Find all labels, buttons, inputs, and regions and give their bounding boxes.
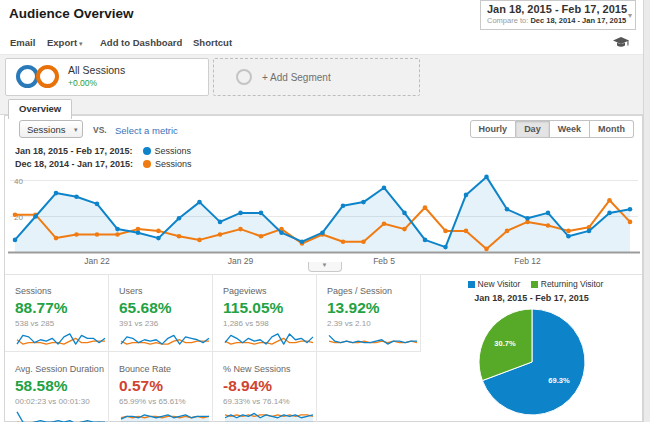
svg-text:Feb 5: Feb 5 bbox=[373, 256, 395, 266]
svg-text:Jan 29: Jan 29 bbox=[228, 256, 254, 266]
metric-card-sub: 65.99% vs 65.61% bbox=[119, 397, 212, 406]
chart-controls: Sessions▾ vs. Select a metric Hourly Day… bbox=[5, 116, 642, 142]
returning-visitor-legend-label: Returning Visitor bbox=[541, 279, 604, 289]
legend-dot-orange-icon bbox=[143, 160, 151, 168]
segment-venn-icon bbox=[16, 65, 60, 89]
chevron-down-icon: ▾ bbox=[628, 11, 632, 20]
compare-label: Compare to: bbox=[487, 16, 528, 25]
metric-card-label: Pages / Session bbox=[327, 286, 420, 296]
granularity-day-button[interactable]: Day bbox=[516, 120, 550, 138]
svg-text:Jan 22: Jan 22 bbox=[84, 256, 110, 266]
metric-card-value: -8.94% bbox=[223, 377, 316, 395]
metric-card: Avg. Session Duration 58.58% 00:02:23 vs… bbox=[5, 352, 109, 422]
metric-card-sparkline bbox=[119, 330, 211, 349]
metric-card: Pageviews 115.05% 1,286 vs 598 bbox=[213, 275, 317, 351]
granularity-month-button[interactable]: Month bbox=[590, 120, 634, 138]
scrollbar[interactable] bbox=[643, 0, 650, 422]
date-range-value: Jan 18, 2015 - Feb 17, 2015 bbox=[487, 3, 621, 15]
metric-card-sub: 391 vs 236 bbox=[119, 319, 212, 328]
metric-card-label: % New Sessions bbox=[223, 364, 316, 374]
legend-date: Dec 18, 2014 - Jan 17, 2015: bbox=[15, 159, 133, 169]
pie-legend: New Visitor Returning Visitor bbox=[421, 279, 642, 289]
legend-date: Jan 18, 2015 - Feb 17, 2015: bbox=[15, 146, 133, 156]
metric-card-value: 58.58% bbox=[15, 377, 108, 395]
metric-card-sub: 1,286 vs 598 bbox=[223, 319, 316, 328]
chart-collapse-handle[interactable]: ▼ bbox=[308, 262, 342, 272]
metric-dropdown-value: Sessions bbox=[27, 124, 66, 135]
visitor-type-pie-chart: 69.3%30.7% bbox=[475, 305, 589, 419]
metric-cards: Sessions 88.77% 538 vs 285 Users 65.68% … bbox=[5, 275, 421, 422]
metric-card: Users 65.68% 391 vs 236 bbox=[109, 275, 213, 351]
legend-metric: Sessions bbox=[155, 146, 192, 156]
metric-card-label: Sessions bbox=[15, 286, 108, 296]
legend-current-period: Jan 18, 2015 - Feb 17, 2015:Sessions bbox=[15, 146, 191, 156]
metric-card: Pages / Session 13.92% 2.39 vs 2.10 bbox=[317, 275, 421, 351]
metric-card-sparkline bbox=[15, 408, 107, 422]
metric-card-sparkline bbox=[15, 330, 107, 349]
metric-card-sub: 2.39 vs 2.10 bbox=[327, 319, 420, 328]
new-visitor-legend-swatch-icon bbox=[468, 281, 475, 288]
returning-visitor-legend-swatch-icon bbox=[531, 281, 538, 288]
add-segment-circle-icon bbox=[236, 69, 252, 85]
metric-card: Bounce Rate 0.57% 65.99% vs 65.61% bbox=[109, 352, 213, 422]
metric-card: % New Sessions -8.94% 69.33% vs 76.14% bbox=[213, 352, 317, 422]
export-label: Export bbox=[47, 37, 77, 48]
add-segment-label: + Add Segment bbox=[262, 72, 331, 83]
metric-card-sparkline bbox=[119, 408, 211, 422]
date-range-selector[interactable]: Jan 18, 2015 - Feb 17, 2015 Compare to: … bbox=[480, 0, 636, 30]
chevron-down-icon: ▾ bbox=[79, 40, 83, 47]
compare-range-value: Dec 18, 2014 - Jan 17, 2015 bbox=[530, 16, 626, 25]
granularity-buttons: Hourly Day Week Month bbox=[470, 120, 634, 138]
chevron-down-icon: ▾ bbox=[74, 126, 78, 134]
granularity-week-button[interactable]: Week bbox=[550, 120, 590, 138]
pie-title: Jan 18, 2015 - Feb 17, 2015 bbox=[421, 293, 642, 303]
metric-card-sparkline bbox=[223, 408, 315, 422]
export-button[interactable]: Export▾ bbox=[47, 37, 83, 48]
metric-card-sub: 00:02:23 vs 00:01:30 bbox=[15, 397, 108, 406]
page-title: Audience Overview bbox=[9, 6, 134, 21]
segment-title: All Sessions bbox=[68, 64, 125, 76]
metric-card-sparkline bbox=[327, 330, 419, 349]
metric-card-sub: 69.33% vs 76.14% bbox=[223, 397, 316, 406]
report-toolbar: Email Export▾ Add to Dashboard Shortcut bbox=[0, 30, 643, 55]
legend-previous-period: Dec 18, 2014 - Jan 17, 2015:Sessions bbox=[15, 159, 192, 169]
segments-band: All Sessions +0.00% + Add Segment bbox=[0, 55, 643, 115]
metric-card-sub: 538 vs 285 bbox=[15, 319, 108, 328]
metric-card-label: Bounce Rate bbox=[119, 364, 212, 374]
add-segment-button[interactable]: + Add Segment bbox=[213, 58, 420, 96]
svg-text:30.7%: 30.7% bbox=[494, 339, 516, 348]
segment-delta: +0.00% bbox=[68, 78, 125, 88]
email-button[interactable]: Email bbox=[10, 37, 35, 48]
granularity-hourly-button[interactable]: Hourly bbox=[470, 120, 517, 138]
metric-card-label: Pageviews bbox=[223, 286, 316, 296]
report-panel: Sessions▾ vs. Select a metric Hourly Day… bbox=[4, 115, 643, 422]
metric-card-value: 65.68% bbox=[119, 299, 212, 317]
legend-metric: Sessions bbox=[155, 159, 192, 169]
metric-card-value: 88.77% bbox=[15, 299, 108, 317]
metric-dropdown[interactable]: Sessions▾ bbox=[19, 120, 83, 138]
vs-label: vs. bbox=[93, 125, 107, 135]
add-to-dashboard-button[interactable]: Add to Dashboard bbox=[100, 37, 182, 48]
tutorial-graduation-cap-icon[interactable] bbox=[613, 36, 629, 54]
compare-range: Compare to: Dec 18, 2014 - Jan 17, 2015 bbox=[487, 16, 621, 25]
legend-dot-blue-icon bbox=[143, 147, 151, 155]
metric-card-sparkline bbox=[223, 330, 315, 349]
metric-card: Sessions 88.77% 538 vs 285 bbox=[5, 275, 109, 351]
metric-card-label: Avg. Session Duration bbox=[15, 364, 108, 374]
svg-text:69.3%: 69.3% bbox=[548, 376, 570, 385]
new-visitor-legend-label: New Visitor bbox=[478, 279, 521, 289]
shortcut-button[interactable]: Shortcut bbox=[193, 37, 232, 48]
all-sessions-segment[interactable]: All Sessions +0.00% bbox=[5, 58, 209, 96]
metric-card-value: 115.05% bbox=[223, 299, 316, 317]
metric-card-value: 13.92% bbox=[327, 299, 420, 317]
metric-card-label: Users bbox=[119, 286, 212, 296]
svg-text:40: 40 bbox=[14, 177, 23, 186]
visitor-type-panel: New Visitor Returning Visitor Jan 18, 20… bbox=[421, 275, 642, 422]
metric-card-value: 0.57% bbox=[119, 377, 212, 395]
tab-overview[interactable]: Overview bbox=[8, 99, 72, 119]
sessions-timeline-chart: 2040Jan 22Jan 29Feb 5Feb 12 bbox=[6, 169, 642, 269]
select-metric-link[interactable]: Select a metric bbox=[115, 125, 178, 136]
svg-text:Feb 12: Feb 12 bbox=[514, 256, 541, 266]
